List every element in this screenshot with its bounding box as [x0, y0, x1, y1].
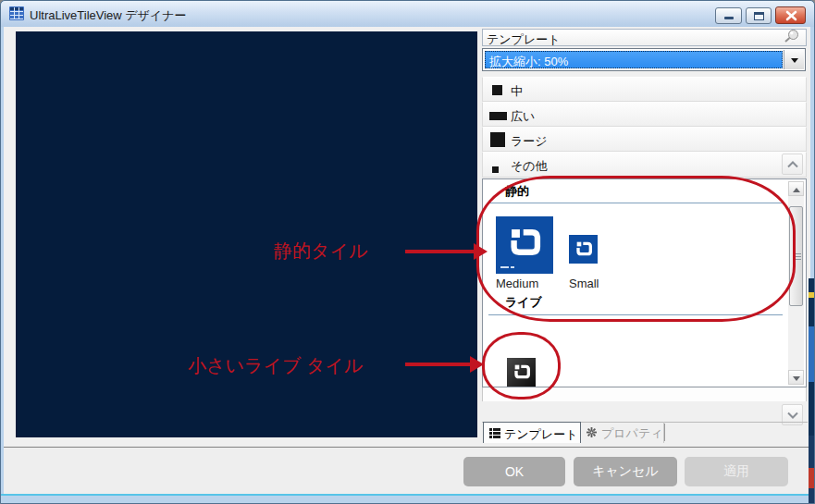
annotation-small-live-tile: 小さいライブ タイル [188, 353, 363, 378]
tab-properties[interactable]: プロパティ [581, 422, 664, 443]
tab-template[interactable]: テンプレート [483, 422, 581, 443]
zoom-combobox-dropdown-button[interactable] [784, 50, 804, 69]
annotation-circle-live-tile [482, 332, 561, 400]
close-icon [776, 7, 807, 25]
background-window-sliver [809, 326, 814, 382]
window-title: UltraLiveTileView デザイナー [30, 7, 187, 24]
triangle-down-icon [793, 376, 800, 381]
window-bottom-frame [1, 494, 814, 504]
annotation-static-tile: 静的タイル [274, 239, 367, 264]
grid-icon [489, 428, 500, 438]
ok-button[interactable]: OK [463, 457, 565, 486]
maximize-button[interactable] [746, 7, 772, 24]
annotation-arrowhead-live [470, 356, 484, 373]
annotation-arrow-live [405, 363, 472, 366]
medium-size-icon [492, 85, 502, 95]
close-button[interactable] [775, 6, 806, 24]
maximize-icon [754, 12, 764, 20]
group-other-label: その他 [511, 158, 548, 175]
other-size-icon [492, 166, 499, 173]
group-other[interactable]: その他 [482, 152, 807, 178]
triangle-up-icon [793, 188, 800, 192]
zoom-combobox[interactable]: 拡大縮小: 50% [482, 48, 806, 71]
pushpin-icon[interactable] [781, 29, 801, 45]
chevron-up-icon [787, 161, 798, 168]
panel-title: テンプレート [482, 29, 807, 46]
chevron-down-icon [787, 412, 798, 419]
gear-icon [587, 427, 597, 437]
group-large[interactable]: ラージ [482, 127, 807, 152]
button-panel: OK キャンセル 適用 [4, 447, 810, 494]
annotation-arrowhead-static [474, 243, 488, 260]
cancel-button[interactable]: キャンセル [574, 457, 677, 486]
wide-size-icon [489, 112, 507, 120]
tabstrip-separator [664, 424, 665, 441]
annotation-ellipse-static-section [476, 176, 796, 322]
app-icon [9, 6, 24, 20]
scroll-group-up-button[interactable] [782, 154, 803, 175]
tab-properties-label: プロパティ [601, 425, 663, 442]
apply-button[interactable]: 適用 [685, 457, 788, 486]
annotation-arrow-static [405, 250, 475, 253]
group-wide-label: 広い [511, 108, 535, 125]
chevron-down-icon [791, 58, 798, 63]
scrollbar-down-button[interactable] [788, 370, 804, 385]
group-wide[interactable]: 広い [482, 102, 807, 127]
background-window-sliver [809, 468, 814, 488]
minimize-icon [724, 17, 734, 19]
group-medium[interactable]: 中 [482, 77, 807, 102]
tab-template-label: テンプレート [504, 426, 578, 443]
ultralivetileview-designer-window: UltraLiveTileView デザイナー テンプレート 拡大縮小: 50%… [0, 0, 815, 504]
group-medium-label: 中 [511, 83, 523, 100]
panel-title-label: テンプレート [487, 32, 561, 46]
background-window-sliver [809, 292, 814, 298]
group-large-label: ラージ [511, 133, 548, 150]
minimize-button[interactable] [715, 7, 742, 24]
title-bar[interactable]: UltraLiveTileView デザイナー [1, 1, 814, 27]
scrollbar-up-button[interactable] [788, 181, 804, 196]
large-size-icon [490, 132, 505, 147]
zoom-combobox-value[interactable]: 拡大縮小: 50% [485, 51, 783, 68]
